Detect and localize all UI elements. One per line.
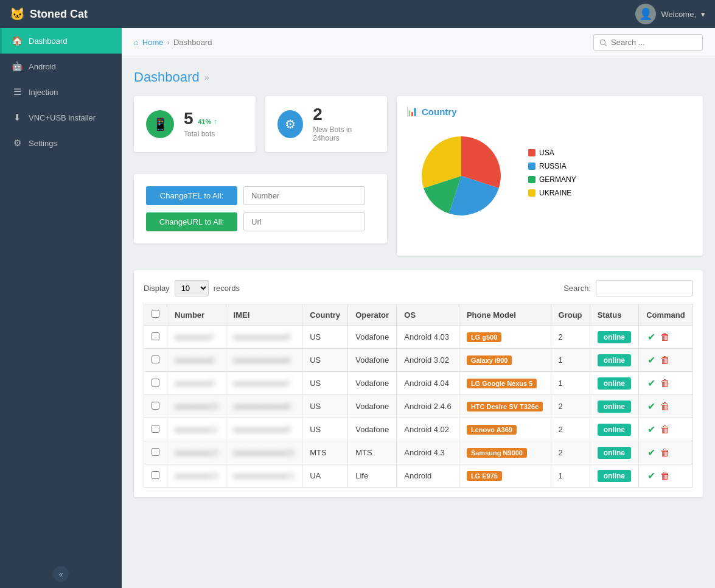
row-country: US — [302, 349, 348, 372]
row-group: 1 — [551, 349, 590, 372]
legend-germany-dot — [528, 176, 535, 183]
row-country: UA — [302, 464, 348, 488]
sidebar-item-injection[interactable]: ☰ Injection — [0, 79, 122, 105]
table-row: ●●●●●●●●9 ●●●●●●●●●●●●7 US Vodafone Andr… — [144, 372, 693, 395]
row-checkbox[interactable] — [152, 402, 159, 410]
brand: 🐱 Stoned Cat — [10, 7, 88, 21]
row-status: online — [590, 441, 639, 464]
table-section: Display 10 25 50 100 records Search: — [134, 270, 703, 497]
total-bots-label: Total bots — [184, 130, 217, 138]
delete-button[interactable]: 🗑 — [660, 401, 670, 412]
page-title-chevron: » — [204, 72, 209, 82]
delete-button[interactable]: 🗑 — [660, 424, 670, 435]
row-group: 1 — [551, 372, 590, 395]
table-search-input[interactable] — [596, 280, 693, 296]
row-checkbox[interactable] — [152, 379, 159, 387]
url-input[interactable] — [243, 212, 365, 231]
approve-button[interactable]: ✔ — [647, 470, 655, 481]
avatar: 👤 — [635, 4, 656, 24]
row-group: 2 — [551, 441, 590, 464]
delete-button[interactable]: 🗑 — [660, 471, 670, 481]
total-bots-badge: 41% — [198, 118, 211, 125]
row-status: online — [590, 418, 639, 441]
row-checkbox[interactable] — [152, 332, 159, 340]
col-number: Number — [167, 304, 226, 326]
table-controls-right: Search: — [563, 280, 693, 296]
sidebar-vnc-label: VNC+USB installer — [29, 113, 96, 122]
row-imei: ●●●●●●●●●●●●11 — [226, 464, 302, 488]
approve-button[interactable]: ✔ — [647, 377, 655, 389]
select-all-checkbox[interactable] — [152, 310, 159, 318]
new-bots-number: 2 — [313, 106, 375, 123]
sidebar-item-dashboard[interactable]: 🏠 Dashboard — [0, 28, 122, 54]
legend-usa-label: USA — [539, 149, 554, 157]
sidebar-injection-label: Injection — [29, 88, 58, 97]
breadcrumb-sep: › — [167, 38, 170, 47]
row-operator: Vodafone — [348, 395, 397, 418]
breadcrumb-home[interactable]: Home — [142, 38, 164, 47]
tel-input[interactable] — [243, 186, 365, 205]
delete-button[interactable]: 🗑 — [660, 355, 670, 366]
row-model: Samsung N9000 — [459, 441, 551, 464]
delete-button[interactable]: 🗑 — [660, 332, 670, 343]
row-status: online — [590, 349, 639, 372]
row-status: online — [590, 326, 639, 349]
row-os: Android 4.03 — [397, 326, 459, 349]
search-input[interactable] — [593, 34, 703, 51]
legend-russia-label: RUSSIA — [539, 162, 567, 170]
controls-section: ChangeTEL to All: ChangeURL to All: — [134, 174, 387, 243]
sidebar-item-android[interactable]: 🤖 Android — [0, 54, 122, 79]
injection-icon: ☰ — [12, 86, 23, 97]
row-checkbox-cell — [144, 464, 167, 488]
display-select[interactable]: 10 25 50 100 — [175, 280, 209, 296]
stats-total-info: 5 41% ↑ Total bots — [184, 110, 217, 138]
approve-button[interactable]: ✔ — [647, 331, 655, 343]
records-label: records — [214, 284, 240, 293]
dashboard-icon: 🏠 — [12, 35, 23, 46]
chart-icon: 📊 — [406, 106, 418, 117]
breadcrumb-search — [593, 34, 703, 51]
pie-chart — [406, 124, 516, 222]
legend-germany: GERMANY — [528, 175, 576, 184]
delete-button[interactable]: 🗑 — [660, 447, 670, 458]
cat-icon: 🐱 — [10, 7, 25, 21]
legend-germany-label: GERMANY — [539, 175, 576, 184]
row-model: LG Google Nexus 5 — [459, 372, 551, 395]
row-number: ●●●●●●●●9 — [167, 372, 226, 395]
sidebar-collapse: « — [0, 560, 122, 588]
change-url-button[interactable]: ChangeURL to All: — [146, 212, 237, 231]
legend-usa: USA — [528, 149, 576, 157]
table-controls-left: Display 10 25 50 100 records — [144, 280, 240, 296]
settings-icon: ⚙ — [12, 138, 23, 149]
badge-arrow: ↑ — [214, 117, 217, 126]
page-content: Dashboard » 📱 5 41% ↑ — [122, 57, 715, 509]
approve-button[interactable]: ✔ — [647, 401, 655, 412]
col-country: Country — [302, 304, 348, 326]
row-command: ✔ 🗑 — [639, 441, 693, 464]
sidebar-collapse-btn[interactable]: « — [53, 566, 69, 582]
row-checkbox[interactable] — [152, 471, 159, 479]
row-os: Android — [397, 464, 459, 488]
change-tel-button[interactable]: ChangeTEL to All: — [146, 186, 237, 205]
stats-card-total: 📱 5 41% ↑ Total bots — [134, 96, 256, 152]
sidebar-item-vnc[interactable]: ⬇ VNC+USB installer — [0, 105, 122, 130]
row-checkbox-cell — [144, 418, 167, 441]
delete-button[interactable]: 🗑 — [660, 378, 670, 389]
content-area: ⌂ Home › Dashboard Dashboard » — [122, 28, 715, 588]
approve-button[interactable]: ✔ — [647, 354, 655, 366]
chart-legend: USA RUSSIA GERMANY — [528, 149, 576, 197]
row-group: 2 — [551, 326, 590, 349]
row-os: Android 3.02 — [397, 349, 459, 372]
sidebar-item-settings[interactable]: ⚙ Settings — [0, 130, 122, 156]
row-checkbox[interactable] — [152, 425, 159, 433]
row-checkbox-cell — [144, 372, 167, 395]
row-checkbox[interactable] — [152, 355, 159, 363]
row-checkbox[interactable] — [152, 448, 159, 456]
user-area[interactable]: 👤 Welcome, ▾ — [635, 4, 705, 24]
row-checkbox-cell — [144, 395, 167, 418]
approve-button[interactable]: ✔ — [647, 424, 655, 435]
table-row: ●●●●●●●●12 ●●●●●●●●●●●●10 MTS MTS Androi… — [144, 441, 693, 464]
sidebar-settings-label: Settings — [29, 139, 57, 148]
row-group: 2 — [551, 395, 590, 418]
approve-button[interactable]: ✔ — [647, 447, 655, 458]
